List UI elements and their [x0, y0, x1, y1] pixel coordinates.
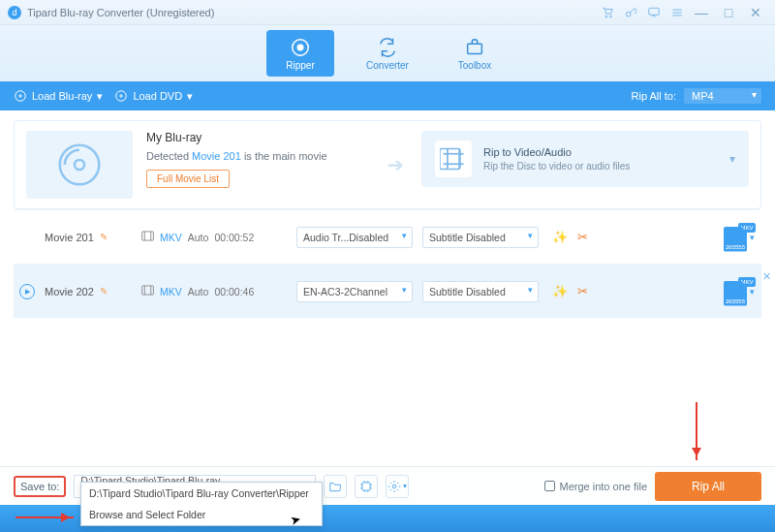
movie-row: ▶ Movie 202 ✎ MKV Auto 00:00:46 EN-AC3-2…: [14, 264, 761, 318]
merge-checkbox[interactable]: Merge into one file: [544, 481, 648, 492]
tab-toolbox-label: Toolbox: [458, 60, 491, 71]
svg-rect-17: [444, 163, 464, 165]
open-folder-button[interactable]: [324, 475, 347, 498]
play-icon[interactable]: ▶: [19, 284, 35, 299]
annotation-arrow-right: [16, 516, 74, 518]
rip-card-title: Rip to Video/Audio: [483, 146, 718, 158]
svg-point-1: [610, 16, 612, 17]
disc-summary-panel: My Blu-ray Detected Movie 201 is the mai…: [14, 120, 761, 209]
svg-rect-6: [468, 44, 482, 53]
svg-rect-14: [447, 149, 449, 170]
svg-point-12: [75, 160, 84, 170]
row-name-cell: Movie 202 ✎: [45, 286, 132, 297]
subtitle-select[interactable]: Subtitle Disabled: [422, 281, 539, 302]
duration: 00:00:52: [214, 232, 254, 243]
gpu-accel-button[interactable]: [355, 475, 378, 498]
annotation-arrow-down: [696, 402, 698, 460]
chevron-down-icon: ▾: [97, 90, 103, 103]
dropdown-recent-path[interactable]: D:\Tipard Studio\Tipard Blu-ray Converte…: [81, 483, 322, 504]
load-dvd-button[interactable]: Load DVD ▾: [114, 89, 193, 103]
mode-tabs: Ripper Converter Toolbox: [0, 25, 775, 81]
tab-ripper-label: Ripper: [286, 60, 314, 71]
svg-point-10: [120, 95, 122, 97]
svg-point-21: [393, 485, 397, 488]
subtitle-select[interactable]: Subtitle Disabled: [422, 227, 539, 248]
rip-all-to: Rip All to: MP4: [632, 88, 761, 104]
format-page-icon: 265555: [724, 227, 747, 252]
minimize-button[interactable]: —: [690, 1, 713, 24]
rip-all-format-value: MP4: [692, 90, 714, 102]
maximize-button[interactable]: □: [717, 1, 740, 24]
svg-rect-16: [444, 153, 464, 155]
video-info-icon: [141, 285, 154, 297]
chevron-down-icon: ▾: [750, 287, 755, 297]
disc-title: My Blu-ray: [146, 131, 369, 144]
row-meta: MKV Auto 00:00:46: [141, 285, 287, 297]
rip-all-button[interactable]: Rip All: [655, 472, 761, 501]
save-path-dropdown: D:\Tipard Studio\Tipard Blu-ray Converte…: [80, 482, 323, 526]
cut-icon[interactable]: ✂: [577, 230, 588, 244]
edit-icon[interactable]: ✨: [552, 230, 568, 244]
close-button[interactable]: ✕: [744, 1, 767, 24]
cart-icon[interactable]: [599, 4, 616, 21]
auto-label: Auto: [188, 286, 209, 297]
dropdown-browse-folder[interactable]: Browse and Select Folder: [81, 504, 322, 525]
source-toolbar: Load Blu-ray ▾ Load DVD ▾ Rip All to: MP…: [0, 81, 775, 110]
film-strip-icon: [435, 141, 472, 177]
feedback-icon[interactable]: [645, 4, 663, 21]
svg-rect-3: [649, 8, 660, 15]
save-to-label: Save to:: [14, 476, 66, 497]
output-format-chip[interactable]: MKV 265555 ▾: [723, 223, 756, 252]
tab-converter[interactable]: Converter: [354, 30, 421, 77]
app-window: d Tipard Blu-ray Converter (Unregistered…: [0, 0, 775, 532]
menu-icon[interactable]: [668, 4, 686, 21]
arrow-right-icon: ➔: [383, 153, 408, 176]
format-page-icon: 265555: [724, 281, 747, 306]
remove-row-icon[interactable]: ✕: [762, 270, 771, 283]
svg-rect-15: [458, 149, 460, 170]
movie-name: Movie 202: [45, 286, 94, 297]
toolbox-icon: [464, 37, 485, 58]
rename-icon[interactable]: ✎: [100, 286, 108, 297]
rip-all-to-label: Rip All to:: [632, 90, 676, 102]
audio-track-select[interactable]: EN-AC3-2Channel: [296, 281, 413, 302]
audio-track-select[interactable]: Audio Tr...Disabled: [296, 227, 413, 248]
row-name-cell: Movie 201 ✎: [45, 232, 132, 243]
output-format-chip[interactable]: MKV 265555 ▾: [723, 277, 756, 306]
rip-card-subtitle: Rip the Disc to video or audio files: [483, 161, 718, 172]
full-movie-list-button[interactable]: Full Movie List: [146, 170, 230, 188]
svg-rect-19: [142, 286, 154, 295]
tab-toolbox[interactable]: Toolbox: [441, 30, 509, 77]
cut-icon[interactable]: ✂: [577, 284, 588, 298]
auto-label: Auto: [188, 232, 209, 243]
content-area: My Blu-ray Detected Movie 201 is the mai…: [0, 110, 775, 459]
tab-ripper[interactable]: Ripper: [266, 30, 334, 77]
load-bluray-button[interactable]: Load Blu-ray ▾: [14, 89, 103, 103]
load-bluray-label: Load Blu-ray: [32, 90, 92, 102]
app-logo-icon: d: [8, 6, 21, 19]
svg-rect-20: [362, 482, 370, 489]
container-format: MKV: [160, 232, 182, 243]
chevron-down-icon: ▾: [750, 233, 755, 242]
chevron-down-icon: ▾: [729, 152, 735, 166]
rip-all-format-select[interactable]: MP4: [684, 88, 761, 104]
key-icon[interactable]: [622, 4, 639, 21]
title-bar: d Tipard Blu-ray Converter (Unregistered…: [0, 0, 775, 25]
row-meta: MKV Auto 00:00:52: [141, 231, 287, 243]
movie-row: Movie 201 ✎ MKV Auto 00:00:52 Audio Tr..…: [14, 209, 761, 264]
ripper-icon: [290, 37, 311, 58]
converter-icon: [377, 37, 398, 58]
svg-point-2: [626, 12, 631, 16]
checkbox-icon: [544, 481, 555, 491]
duration: 00:00:46: [214, 286, 254, 297]
disc-thumbnail: [26, 131, 133, 199]
svg-point-9: [116, 91, 127, 102]
edit-icon[interactable]: ✨: [552, 284, 568, 298]
container-format: MKV: [160, 286, 182, 297]
disc-info: My Blu-ray Detected Movie 201 is the mai…: [146, 131, 369, 188]
rip-target-card[interactable]: Rip to Video/Audio Rip the Disc to video…: [421, 131, 749, 187]
bluray-disc-icon: [53, 139, 106, 191]
rename-icon[interactable]: ✎: [100, 232, 108, 242]
main-movie-link[interactable]: Movie 201: [192, 150, 241, 162]
settings-button[interactable]: [386, 475, 409, 498]
